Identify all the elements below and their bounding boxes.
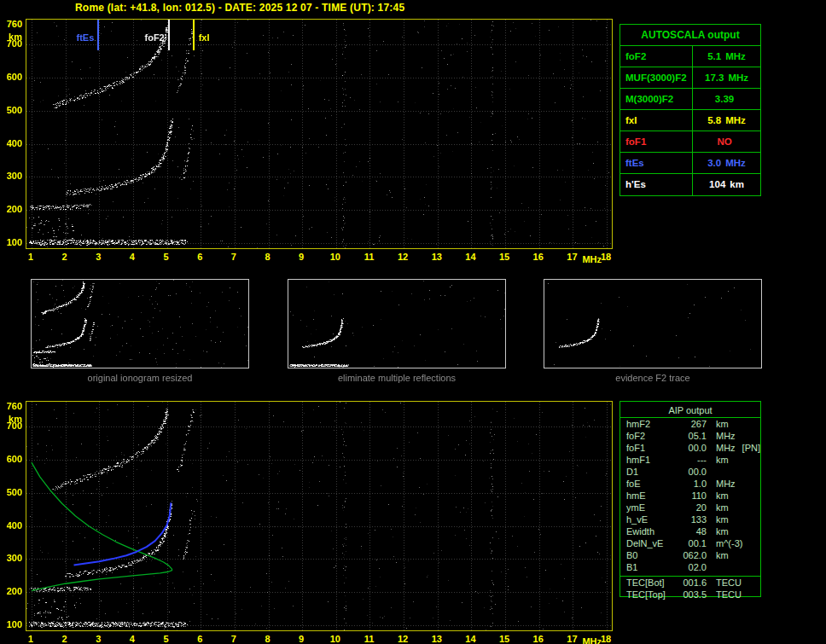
thumbnail-f2-trace: evidence F2 trace [544, 279, 762, 383]
param-label: TEC[Top] [626, 589, 675, 600]
thumbnail-caption: eliminate multiple reflections [288, 373, 506, 383]
unit-text: m^(-3) [716, 538, 742, 549]
value-text: 5.8 [707, 110, 721, 131]
x-tick-label: 9 [288, 252, 314, 262]
x-axis-unit: MHz [582, 254, 602, 264]
thumbnail-f2-trace-canvas [544, 279, 762, 368]
unit-text: MHz [716, 431, 736, 442]
y-tick-label: 200 [0, 204, 22, 214]
param-label: foE [626, 479, 675, 490]
param-value: 17.3MHz [693, 67, 760, 88]
x-tick-label: 5 [154, 634, 179, 644]
x-axis-unit: MHz [582, 636, 602, 644]
x-tick-label: 16 [526, 634, 551, 644]
unit-text: TECU [716, 589, 742, 600]
x-tick-label: 4 [119, 252, 145, 262]
x-tick-label: 3 [85, 252, 111, 262]
x-tick-label: 1 [18, 634, 44, 644]
x-tick-label: 11 [356, 634, 381, 644]
unit-text: TECU [716, 577, 742, 589]
x-tick-label: 8 [255, 634, 281, 644]
table-row-fxI: fxI 5.8MHz [620, 110, 760, 131]
param-label: fxI [620, 110, 693, 131]
unit-text: MHz [725, 46, 746, 67]
param-value: 1.0 [675, 479, 707, 490]
param-value: 00.0 [675, 467, 707, 478]
x-tick-label: 14 [457, 252, 483, 262]
table-row-TEC-top: TEC[Top]003.5TECU [620, 589, 760, 600]
x-tick-label: 6 [187, 252, 212, 262]
note-text: [PN] [742, 443, 760, 454]
param-value: 104km [693, 174, 760, 195]
table-row-TEC-bot: TEC[Bot]001.6TECU [620, 577, 760, 589]
ionogram-main-canvas [26, 19, 613, 249]
tec-separator [620, 576, 760, 577]
page-title: Rome (lat: +41.8, lon: 012.5) - DATE: 20… [75, 2, 404, 14]
param-label: foF1 [626, 443, 675, 454]
param-label: D1 [626, 467, 675, 478]
table-row-hmF1: hmF1---km [620, 455, 760, 466]
x-tick-label: 12 [390, 252, 416, 262]
x-tick-label: 17 [559, 634, 585, 644]
fxI-marker-line [193, 20, 195, 50]
aip-output-table: AIP output hmF2267km foF205.1MHz foF100.… [620, 401, 761, 597]
param-value: 3.39 [693, 89, 760, 109]
thumbnail-caption: evidence F2 trace [544, 373, 762, 383]
x-tick-label: 2 [52, 252, 78, 262]
unit-text: km [716, 526, 729, 537]
param-value: 267 [675, 419, 707, 430]
param-label: hmF1 [626, 455, 675, 466]
table-row-B0: B0062.0km [620, 550, 760, 561]
x-tick-label: 15 [492, 252, 517, 262]
unit-text: km [716, 455, 729, 466]
autoscala-output-table: AUTOSCALA output foF2 5.1MHz MUF(3000)F2… [620, 24, 761, 196]
x-tick-label: 2 [52, 634, 78, 644]
ftEs-marker-label: ftEs [76, 32, 94, 43]
param-label: ftEs [620, 153, 693, 173]
table-row-M3000F2: M(3000)F2 3.39 [620, 89, 760, 110]
unit-text: km [730, 174, 744, 195]
param-label: Ewidth [626, 526, 675, 537]
param-label: h'Es [620, 174, 693, 195]
x-tick-label: 8 [255, 252, 281, 262]
param-value: 110 [675, 490, 707, 502]
x-tick-label: 9 [288, 634, 314, 644]
x-tick-label: 10 [323, 252, 348, 262]
x-tick-label: 6 [187, 634, 212, 644]
thumbnail-original-ionogram: original ionogram resized [31, 279, 249, 383]
x-tick-label: 4 [119, 634, 145, 644]
param-value: 5.8MHz [693, 110, 760, 131]
param-label: foF1 [620, 131, 693, 152]
x-tick-label: 14 [457, 634, 483, 644]
unit-text: MHz [728, 67, 748, 89]
param-value: NO [693, 131, 760, 152]
unit-text: MHz [725, 110, 746, 131]
table-row-ftEs: ftEs 3.0MHz [620, 153, 760, 174]
y-tick-label: 760 [0, 401, 22, 411]
param-value: 00.1 [675, 538, 707, 549]
x-tick-label: 16 [526, 252, 551, 262]
y-tick-label: 500 [0, 487, 22, 497]
unit-text: km [716, 514, 729, 525]
param-value: 003.5 [675, 589, 707, 600]
param-label: TEC[Bot] [626, 577, 675, 589]
value-text: 3.39 [715, 89, 734, 110]
unit-text: km [716, 490, 729, 502]
x-tick-label: 12 [390, 634, 416, 644]
y-tick-label: 400 [0, 138, 22, 148]
thumbnail-original-canvas [31, 279, 249, 368]
param-label: ymE [626, 502, 675, 513]
x-tick-label: 7 [221, 252, 247, 262]
x-tick-label: 7 [221, 634, 247, 644]
param-label: M(3000)F2 [620, 89, 693, 109]
x-tick-label: 15 [492, 634, 517, 644]
y-tick-label: 100 [0, 237, 22, 247]
thumbnail-caption: original ionogram resized [31, 373, 249, 383]
fxI-marker-label: fxI [199, 32, 210, 43]
param-label: DelN_vE [626, 538, 675, 549]
unit-text: MHz [716, 479, 736, 490]
unit-text: km [716, 502, 729, 513]
x-tick-label: 5 [154, 252, 179, 262]
param-value: 02.0 [675, 562, 707, 573]
y-tick-label: 600 [0, 454, 22, 464]
